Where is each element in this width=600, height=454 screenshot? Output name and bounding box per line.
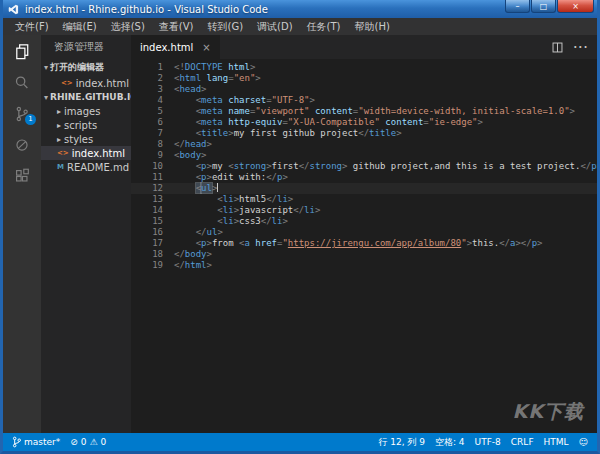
status-item[interactable]: 空格: 4 [430, 436, 470, 449]
open-editor-item[interactable]: <>index.html [41, 76, 131, 90]
tab-close-icon[interactable]: × [202, 42, 210, 53]
source-control-icon[interactable]: 1 [3, 98, 41, 129]
git-branch-indicator[interactable]: master* [7, 433, 65, 451]
code-line[interactable]: 11 <p>edit with:</p> [131, 172, 597, 183]
watermark: KK下载 [513, 399, 584, 425]
code-token: </ [580, 161, 591, 171]
folder-name: images [64, 106, 100, 117]
folder-images[interactable]: ▸images [41, 104, 131, 118]
code-token: > [570, 106, 575, 116]
code-token [174, 238, 196, 248]
menu-item[interactable]: 转到(G) [201, 20, 251, 34]
file-index-html[interactable]: <>index.html [41, 146, 131, 160]
code-token: lang [201, 73, 228, 83]
menu-item[interactable]: 帮助(H) [348, 20, 397, 34]
code-token: li [304, 205, 315, 215]
code-token [174, 194, 217, 204]
menu-item[interactable]: 查看(V) [152, 20, 201, 34]
code-line[interactable]: 1<!DOCTYPE html> [131, 62, 597, 73]
line-content: </ul> [174, 227, 223, 238]
code-line[interactable]: 5 <meta name="viewport" content="width=d… [131, 106, 597, 117]
folder-name: styles [64, 134, 93, 145]
code-line[interactable]: 2<html lang="en"> [131, 73, 597, 84]
chevron-down-icon: ▾ [44, 93, 48, 102]
code-line[interactable]: 18</body> [131, 249, 597, 260]
code-token: html [223, 62, 250, 72]
folder-scripts[interactable]: ▸scripts [41, 118, 131, 132]
code-line[interactable]: 3<head> [131, 84, 597, 95]
code-token: my first github project [234, 128, 359, 138]
project-header[interactable]: ▾ RHINE.GITHUB.IO [41, 90, 131, 104]
code-token [174, 227, 196, 237]
extensions-icon[interactable] [3, 160, 41, 191]
line-content: <title>my first github project</title> [174, 128, 402, 139]
split-editor-icon[interactable] [551, 41, 564, 54]
code-line[interactable]: 9<body> [131, 150, 597, 161]
line-content: <p>my <strong>first</strong> github proj… [174, 161, 597, 172]
code-line[interactable]: 15 <li>css3</li> [131, 216, 597, 227]
code-line[interactable]: 14 <li>javascript</li> [131, 205, 597, 216]
minimize-button[interactable]: – [505, 0, 530, 13]
code-token: </ [521, 238, 532, 248]
more-actions-icon[interactable]: ··· [573, 38, 588, 57]
maximize-button[interactable]: □ [531, 0, 556, 13]
code-token: > [315, 205, 320, 215]
menu-item[interactable]: 文件(F) [8, 20, 56, 34]
status-item[interactable]: UTF-8 [470, 437, 506, 447]
line-number: 15 [131, 216, 174, 227]
code-line[interactable]: 7 <title>my first github project</title> [131, 128, 597, 139]
code-token: </ [266, 194, 277, 204]
code-line[interactable]: 17 <p>from <a href="https://jirengu.com/… [131, 238, 597, 249]
line-content: <!DOCTYPE html> [174, 62, 255, 73]
sidebar: 资源管理器 ▾ 打开的编辑器 <>index.html ▾ RHINE.GITH… [41, 35, 131, 433]
code-line[interactable]: 19</html> [131, 260, 597, 271]
menu-item[interactable]: 调试(D) [250, 20, 300, 34]
sidebar-title: 资源管理器 [41, 35, 131, 59]
code-token: http-equiv [223, 117, 283, 127]
folder-styles[interactable]: ▸styles [41, 132, 131, 146]
code-token: "X-UA-Compatible" [288, 117, 380, 127]
menu-item[interactable]: 选择(S) [104, 20, 152, 34]
code-token: head [185, 139, 207, 149]
line-content: </html> [174, 260, 212, 271]
chevron-down-icon: ▾ [44, 63, 48, 72]
open-editors-header[interactable]: ▾ 打开的编辑器 [41, 59, 131, 76]
code-token: "viewport" [255, 106, 309, 116]
code-token: name [223, 106, 250, 116]
code-line[interactable]: 12 <ul> [131, 183, 597, 194]
code-token: content [310, 106, 353, 116]
line-number: 6 [131, 117, 174, 128]
status-item[interactable]: 行 12, 列 9 [373, 436, 430, 449]
line-content: <li>html5</li> [174, 194, 293, 205]
code-token: </ [293, 205, 304, 215]
tab-index-html[interactable]: index.html × [131, 35, 220, 59]
problems-indicator[interactable]: ⊘ 0 ⚠ 0 [65, 433, 111, 451]
code-token: from [212, 238, 239, 248]
code-line[interactable]: 10 <p>my <strong>first</strong> github p… [131, 161, 597, 172]
status-item[interactable]: HTML [539, 437, 574, 447]
status-item[interactable]: CRLF [506, 437, 539, 447]
code-line[interactable]: 4 <meta charset="UTF-8"> [131, 95, 597, 106]
explorer-icon[interactable] [3, 36, 41, 67]
code-token: </ [196, 227, 207, 237]
close-button[interactable]: × [557, 0, 594, 13]
code-token: li [223, 205, 234, 215]
feedback-icon[interactable]: ☺ [574, 437, 593, 447]
line-number: 16 [131, 227, 174, 238]
code-token: body [185, 249, 207, 259]
search-icon[interactable] [3, 67, 41, 98]
code-line[interactable]: 6 <meta http-equiv="X-UA-Compatible" con… [131, 117, 597, 128]
line-number: 14 [131, 205, 174, 216]
menu-item[interactable]: 任务(T) [300, 20, 348, 34]
code-token: charset [223, 95, 266, 105]
file-readme-md[interactable]: MREADME.md [41, 160, 131, 174]
menu-item[interactable]: 编辑(E) [56, 20, 104, 34]
line-number: 2 [131, 73, 174, 84]
code-line[interactable]: 16 </ul> [131, 227, 597, 238]
debug-icon[interactable] [3, 129, 41, 160]
line-number: 18 [131, 249, 174, 260]
code-token: title [201, 128, 228, 138]
code-line[interactable]: 13 <li>html5</li> [131, 194, 597, 205]
code-line[interactable]: 8</head> [131, 139, 597, 150]
line-content: <body> [174, 150, 207, 161]
